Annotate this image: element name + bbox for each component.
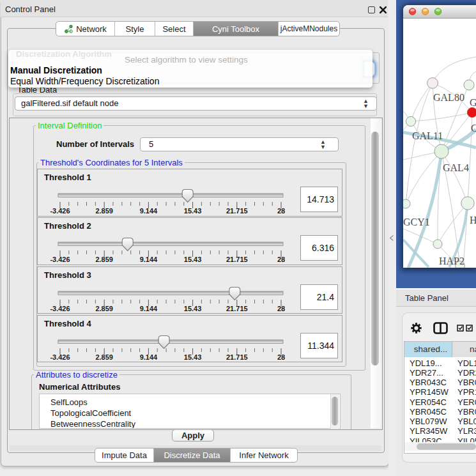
svg-text:2.859: 2.859 — [95, 305, 113, 312]
svg-text:HAP2: HAP2 — [439, 256, 464, 266]
svg-text:GAL11: GAL11 — [412, 130, 443, 141]
svg-text:28: 28 — [277, 305, 285, 312]
svg-text:GAL80: GAL80 — [433, 92, 464, 103]
svg-text:9.144: 9.144 — [140, 305, 158, 312]
svg-text:15.43: 15.43 — [184, 305, 202, 312]
svg-text:9.144: 9.144 — [140, 256, 158, 263]
svg-text:2.859: 2.859 — [95, 207, 113, 215]
svg-text:Threshold 4: Threshold 4 — [44, 319, 91, 328]
svg-text:GA: GA — [470, 97, 476, 108]
svg-text:15.43: 15.43 — [184, 207, 202, 215]
svg-text:21.715: 21.715 — [226, 256, 248, 263]
svg-text:2.859: 2.859 — [95, 256, 113, 263]
svg-text:-3.426: -3.426 — [50, 207, 70, 215]
svg-text:-3.426: -3.426 — [50, 256, 70, 263]
svg-text:21.715: 21.715 — [226, 353, 248, 361]
svg-text:Threshold 1: Threshold 1 — [44, 173, 91, 182]
svg-text:28: 28 — [277, 256, 285, 263]
svg-text:28: 28 — [277, 207, 285, 215]
svg-text:Threshold 3: Threshold 3 — [44, 270, 91, 280]
svg-text:C: C — [471, 123, 476, 134]
svg-text:15.43: 15.43 — [184, 353, 202, 361]
svg-text:28: 28 — [277, 353, 285, 361]
svg-text:21.715: 21.715 — [226, 207, 248, 215]
svg-text:2.859: 2.859 — [95, 353, 113, 361]
svg-text:9.144: 9.144 — [140, 353, 158, 361]
svg-text:H: H — [470, 215, 476, 226]
svg-text:-3.426: -3.426 — [50, 353, 70, 361]
svg-text:GCY1: GCY1 — [403, 217, 430, 227]
svg-text:21.715: 21.715 — [226, 305, 248, 312]
svg-text:GAL4: GAL4 — [443, 162, 469, 173]
svg-text:15.43: 15.43 — [184, 256, 202, 263]
svg-text:-3.426: -3.426 — [50, 305, 70, 312]
svg-text:9.144: 9.144 — [140, 207, 158, 215]
svg-text:Threshold 2: Threshold 2 — [44, 221, 91, 231]
